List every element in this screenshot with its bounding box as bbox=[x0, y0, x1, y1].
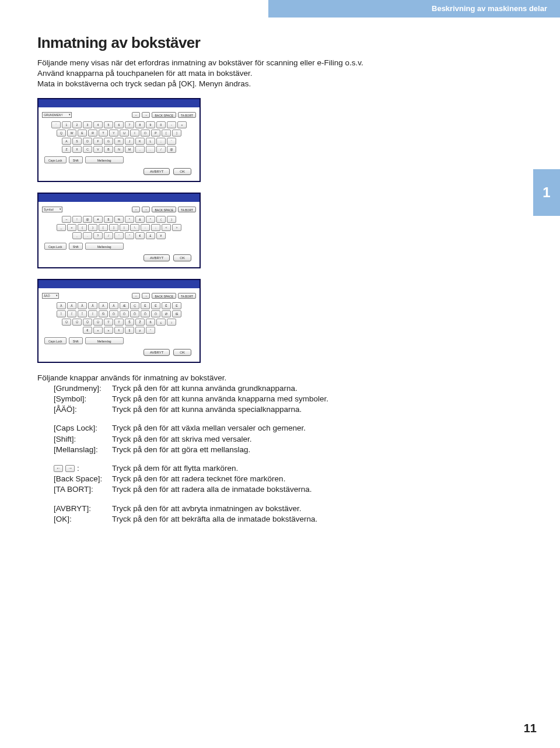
key[interactable]: S bbox=[72, 138, 82, 145]
back-space-button[interactable]: BACK SPACE bbox=[152, 207, 176, 212]
shift-key[interactable]: Shift bbox=[69, 243, 83, 250]
key[interactable]: Á bbox=[67, 302, 76, 309]
key[interactable]: Ì bbox=[57, 310, 66, 317]
key[interactable]: E bbox=[78, 130, 87, 137]
key[interactable]: } bbox=[88, 224, 97, 231]
key[interactable]: Ñ bbox=[99, 310, 108, 317]
cursor-left-button[interactable]: ← bbox=[132, 112, 140, 118]
avbryt-button[interactable]: AVBRYT bbox=[144, 168, 170, 175]
key[interactable]: C bbox=[83, 146, 92, 153]
caps-lock-key[interactable]: Caps Lock bbox=[44, 337, 66, 344]
key[interactable]: 8 bbox=[135, 121, 145, 128]
key[interactable]: Ž bbox=[135, 319, 145, 326]
key[interactable]: Ö bbox=[151, 310, 160, 317]
key[interactable]: Y bbox=[109, 130, 118, 137]
key[interactable]: § bbox=[125, 327, 134, 334]
key[interactable]: ~ bbox=[62, 216, 71, 223]
key[interactable]: J bbox=[125, 138, 134, 145]
key[interactable]: ' bbox=[167, 138, 176, 145]
key[interactable]: / bbox=[156, 146, 166, 153]
cursor-right-button[interactable]: → bbox=[142, 112, 150, 118]
key[interactable]: 4 bbox=[93, 121, 103, 128]
key[interactable]: A bbox=[62, 138, 71, 145]
mode-dropdown[interactable]: ÅÄÖ bbox=[42, 293, 59, 299]
key[interactable]: ? bbox=[93, 232, 103, 239]
ta-bort-button[interactable]: TA BORT bbox=[178, 293, 196, 299]
caps-lock-key[interactable]: Caps Lock bbox=[44, 156, 66, 163]
key[interactable]: ! bbox=[72, 216, 82, 223]
key[interactable]: ^ bbox=[125, 216, 134, 223]
key[interactable]: Ý bbox=[104, 319, 113, 326]
key[interactable]: % bbox=[114, 216, 124, 223]
key[interactable]: Ü bbox=[93, 319, 103, 326]
mode-dropdown[interactable]: GRUNDMENY bbox=[42, 112, 72, 118]
key[interactable]: , bbox=[72, 232, 82, 239]
key[interactable]: $ bbox=[104, 216, 113, 223]
key[interactable]: ß bbox=[146, 319, 155, 326]
ok-button[interactable]: OK bbox=[173, 349, 191, 356]
key[interactable]: É bbox=[151, 302, 160, 309]
key[interactable]: ; bbox=[156, 138, 166, 145]
key[interactable]: N bbox=[114, 146, 124, 153]
key[interactable]: | bbox=[120, 224, 129, 231]
key[interactable]: € bbox=[135, 232, 145, 239]
key[interactable]: » bbox=[104, 327, 113, 334]
key[interactable]: 0 bbox=[156, 121, 166, 128]
key[interactable]: 9 bbox=[146, 121, 155, 128]
key[interactable]: È bbox=[141, 302, 150, 309]
key[interactable]: Ë bbox=[172, 302, 181, 309]
key[interactable]: Ê bbox=[162, 302, 171, 309]
key[interactable]: B bbox=[104, 146, 113, 153]
key[interactable]: [ bbox=[162, 130, 171, 137]
key[interactable]: + bbox=[177, 121, 187, 128]
key[interactable]: + bbox=[67, 224, 76, 231]
key[interactable]: R bbox=[88, 130, 97, 137]
key[interactable]: 3 bbox=[83, 121, 92, 128]
key[interactable]: ] bbox=[172, 130, 181, 137]
key[interactable]: _ bbox=[57, 224, 66, 231]
ok-button[interactable]: OK bbox=[173, 168, 191, 175]
key[interactable]: Q bbox=[57, 130, 66, 137]
key[interactable]: { bbox=[78, 224, 87, 231]
key[interactable]: Ç bbox=[130, 302, 139, 309]
key[interactable]: ¿ bbox=[156, 319, 166, 326]
shift-key[interactable]: Shift bbox=[69, 337, 83, 344]
cursor-left-button[interactable]: ← bbox=[132, 293, 140, 299]
key[interactable]: ` bbox=[51, 121, 61, 128]
key[interactable]: ¢ bbox=[114, 327, 124, 334]
key[interactable]: X bbox=[72, 146, 82, 153]
key[interactable]: W bbox=[67, 130, 76, 137]
key[interactable]: 1 bbox=[62, 121, 71, 128]
key[interactable]: À bbox=[57, 302, 66, 309]
key[interactable]: ¡ bbox=[167, 319, 176, 326]
key[interactable]: T bbox=[99, 130, 108, 137]
cursor-left-button[interactable]: ← bbox=[132, 207, 140, 212]
avbryt-button[interactable]: AVBRYT bbox=[144, 349, 170, 356]
key[interactable]: < bbox=[162, 224, 171, 231]
key[interactable]: Ó bbox=[120, 310, 129, 317]
key[interactable]: £ bbox=[146, 232, 155, 239]
key[interactable]: 5 bbox=[104, 121, 113, 128]
ta-bort-button[interactable]: TA BORT bbox=[178, 112, 196, 118]
key[interactable]: Ä bbox=[99, 302, 108, 309]
key[interactable]: ° bbox=[146, 327, 155, 334]
key[interactable]: Ô bbox=[130, 310, 139, 317]
key[interactable]: Å bbox=[109, 302, 118, 309]
key[interactable]: ; bbox=[151, 224, 160, 231]
key[interactable]: L bbox=[146, 138, 155, 145]
key[interactable]: µ bbox=[135, 327, 145, 334]
key[interactable]: \ bbox=[130, 224, 139, 231]
key[interactable]: K bbox=[135, 138, 145, 145]
key[interactable]: H bbox=[114, 138, 124, 145]
back-space-button[interactable]: BACK SPACE bbox=[152, 112, 176, 118]
key[interactable]: [ bbox=[99, 224, 108, 231]
key[interactable]: @ bbox=[167, 146, 176, 153]
key[interactable]: " bbox=[125, 232, 134, 239]
key[interactable]: O bbox=[141, 130, 150, 137]
key[interactable]: . bbox=[83, 232, 92, 239]
key[interactable]: > bbox=[172, 224, 181, 231]
ta-bort-button[interactable]: TA BORT bbox=[178, 207, 196, 212]
key[interactable]: ¥ bbox=[156, 232, 166, 239]
caps-lock-key[interactable]: Caps Lock bbox=[44, 243, 66, 250]
key[interactable]: # bbox=[93, 216, 103, 223]
